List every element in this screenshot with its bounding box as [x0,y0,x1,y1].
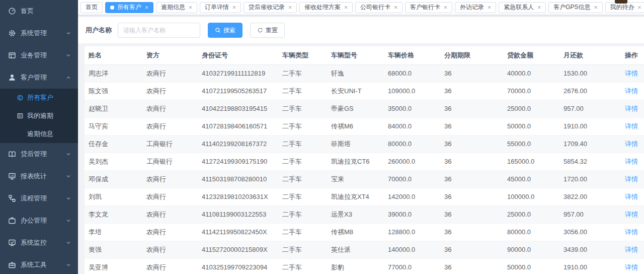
table-cell: 80000.0 [384,135,440,153]
sidebar: 首页系统管理业务管理客户管理所有客户我的逾期逾期信息贷后管理报表统计流程管理办公… [0,0,78,274]
table-cell: 长安UNI-T [327,83,384,100]
customer-icon [8,74,16,82]
detail-link[interactable]: 详情 [625,105,638,112]
sidebar-item-report-stats[interactable]: 报表统计 [0,165,78,187]
table-cell: 马守宾 [85,118,142,135]
tab-close-icon[interactable]: × [537,5,541,11]
allcustomer-icon [17,94,24,101]
tab[interactable]: 客户银行卡× [405,2,452,13]
table-cell: 100000.0 [503,188,559,206]
tab-close-icon[interactable]: × [189,5,192,11]
tab-close-icon[interactable]: × [344,5,348,11]
table-cell: 1910.00 [559,259,621,274]
sidebar-item-office-mgmt[interactable]: 办公管理 [0,210,78,232]
table-cell: 36 [440,118,503,135]
tab-close-icon[interactable]: × [444,5,447,11]
table-cell: 412724199309175190 [198,153,278,171]
tab-close-icon[interactable]: × [288,5,292,11]
table-row: 邓保成农商行411503198708280010二手车宝来70000.03645… [85,171,644,188]
sidebar-item-system-tools[interactable]: 系统工具 [0,254,78,274]
table-cell: 李文龙 [85,206,142,224]
table-cell: 25000.0 [503,206,559,224]
report-icon [8,172,16,180]
tab[interactable]: 催收处理方案× [299,2,353,13]
search-icon [215,27,223,33]
tab[interactable]: 外访记录× [455,2,496,13]
detail-link[interactable]: 详情 [625,122,638,130]
table-cell: 详情 [621,259,644,274]
detail-link[interactable]: 详情 [625,193,638,200]
tab[interactable]: 首页 [80,2,103,13]
tab-label: 订单详情 [205,3,229,12]
table-cell: 农商行 [142,188,198,206]
detail-link[interactable]: 详情 [625,87,638,95]
table-cell: 36 [440,65,503,83]
sidebar-item-home[interactable]: 首页 [0,0,78,22]
tab-close-icon[interactable]: × [394,5,397,11]
table-cell: 142000.0 [384,188,440,206]
sidebar-item-system-mgmt[interactable]: 系统管理 [0,22,78,44]
sidebar-item-label: 客户管理 [21,73,65,82]
customer-name-input[interactable] [118,23,200,38]
sidebar-item-process-mgmt[interactable]: 流程管理 [0,187,78,210]
table-cell: 410721199505263517 [198,83,278,100]
table-column-header: 操作 [621,46,644,65]
tab-label: 催收处理方案 [304,3,341,12]
table-cell: 任存金 [85,135,142,153]
table-cell: 菲斯塔 [327,135,384,153]
tab-close-icon[interactable]: × [594,5,597,11]
detail-link[interactable]: 详情 [625,228,638,236]
tab[interactable]: 所有客户× [105,2,153,13]
table-cell: 410422198803195415 [198,100,278,118]
table-column-header: 分期期限 [440,46,503,65]
table-cell: 详情 [621,206,644,224]
tab-close-icon[interactable]: × [488,5,491,11]
table-cell: 农商行 [142,65,198,83]
table-cell: 农商行 [142,118,198,135]
sidebar-item-customer-mgmt[interactable]: 客户管理 [0,66,78,89]
tab[interactable]: 逾期信息× [156,2,197,13]
table-cell: 工商银行 [142,135,198,153]
tab[interactable]: 订单详情× [200,2,241,13]
tab[interactable]: 客户GPS信息× [548,2,602,13]
tab[interactable]: 贷后催收记录× [244,2,297,13]
sidebar-item-post-loan-mgmt[interactable]: 贷后管理 [0,143,78,165]
tab[interactable]: 公司银行卡× [355,2,403,13]
search-button[interactable]: 搜索 [208,23,243,38]
chevron-down-icon [65,52,71,58]
table-cell: 陈文强 [85,83,142,100]
detail-link[interactable]: 详情 [625,140,638,148]
search-field-label: 用户名称 [86,26,112,35]
sidebar-item-system-monitor[interactable]: 系统监控 [0,232,78,254]
sidebar-item-business-mgmt[interactable]: 业务管理 [0,44,78,66]
tab-close-icon[interactable]: × [232,5,236,11]
sidebar-item-overdue-info[interactable]: 逾期信息 [0,125,78,143]
table-cell: 40000.0 [503,65,559,83]
detail-link[interactable]: 详情 [625,263,638,271]
tab-label: 逾期信息 [161,3,185,12]
detail-link[interactable]: 详情 [625,158,638,165]
tab[interactable]: 紧急联系人× [499,2,546,13]
table-cell: 36 [440,83,503,100]
tab-close-icon[interactable]: × [145,5,148,11]
sidebar-item-all-customers[interactable]: 所有客户 [0,89,78,107]
tab-label: 紧急联系人 [504,3,534,12]
tab-label: 外访记录 [460,3,484,12]
table-cell: 411503198708280010 [198,171,278,188]
table-cell: 410325199709223094 [198,259,278,274]
table-cell: 411402199208167372 [198,135,278,153]
table-cell: 25000.0 [503,100,559,118]
table-column-header: 资方 [142,46,198,65]
detail-link[interactable]: 详情 [625,70,638,77]
tab-close-icon[interactable]: × [638,5,641,11]
table-cell: 36 [440,224,503,241]
loanbook-icon [8,150,16,158]
reset-button[interactable]: 重置 [250,23,285,38]
detail-link[interactable]: 详情 [625,175,638,183]
table-cell: 5854.32 [559,153,621,171]
detail-link[interactable]: 详情 [625,211,638,218]
sidebar-item-my-overdue[interactable]: 我的逾期 [0,107,78,125]
detail-link[interactable]: 详情 [625,246,638,253]
avatar[interactable] [615,0,627,4]
table-cell: 35000.0 [384,100,440,118]
